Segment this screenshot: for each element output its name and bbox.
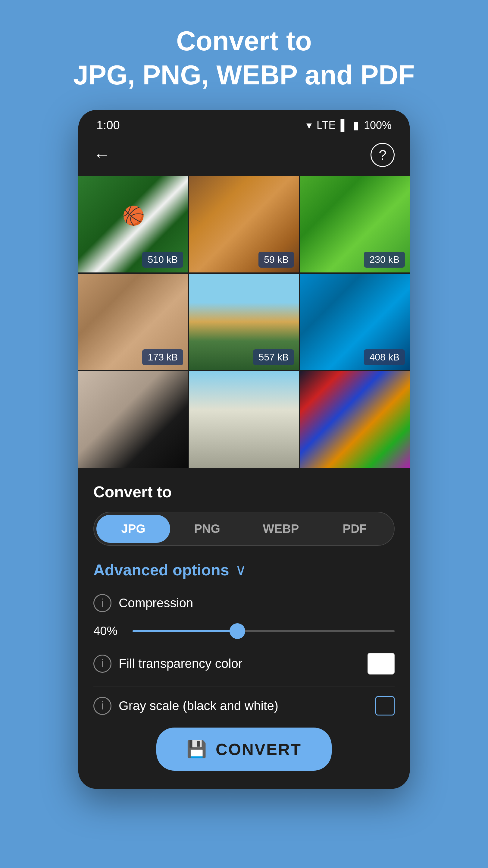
image-grid: 510 kB 59 kB 230 kB 173 kB 557 kB 408 kB xyxy=(78,176,410,468)
signal-icon: ▌ xyxy=(340,119,348,132)
status-bar: 1:00 ▾ LTE ▌ ▮ 100% xyxy=(78,110,410,137)
wifi-icon: ▾ xyxy=(306,119,312,132)
compression-value: 40% xyxy=(93,624,124,638)
status-time: 1:00 xyxy=(96,119,120,132)
convert-button[interactable]: 💾 CONVERT xyxy=(156,727,332,771)
tab-webp[interactable]: WEBP xyxy=(244,515,318,543)
bottom-panel: Convert to JPG PNG WEBP PDF Advanced opt… xyxy=(78,468,410,789)
image-cell-portrait[interactable] xyxy=(78,371,188,468)
convert-to-label: Convert to xyxy=(93,483,395,501)
slider-row: 40% xyxy=(93,624,395,638)
advanced-options-label: Advanced options xyxy=(93,561,229,579)
image-cell-building[interactable] xyxy=(189,371,299,468)
format-tabs: JPG PNG WEBP PDF xyxy=(93,512,395,546)
tab-jpg[interactable]: JPG xyxy=(96,515,170,543)
file-size-badge: 173 kB xyxy=(142,349,183,365)
hero-line2: JPG, PNG, WEBP and PDF xyxy=(73,58,415,92)
nav-bar: ← ? xyxy=(78,137,410,176)
fill-transparency-row: i Fill transparency color xyxy=(93,653,395,675)
divider xyxy=(93,687,395,687)
compression-slider[interactable] xyxy=(133,630,395,632)
image-cell-landscape[interactable]: 557 kB xyxy=(189,274,299,370)
hero-section: Convert to JPG, PNG, WEBP and PDF xyxy=(73,24,415,92)
convert-button-container: 💾 CONVERT xyxy=(93,727,395,771)
fill-transparency-info-icon[interactable]: i xyxy=(93,655,111,673)
slider-thumb[interactable] xyxy=(230,623,245,639)
compression-row: i Compression xyxy=(93,594,395,612)
file-size-badge: 59 kB xyxy=(258,252,294,268)
lte-label: LTE xyxy=(317,119,335,132)
help-button[interactable]: ? xyxy=(370,143,395,167)
file-size-badge: 408 kB xyxy=(364,349,405,365)
image-cell-children[interactable]: 173 kB xyxy=(78,274,188,370)
image-cell-basketball[interactable]: 510 kB xyxy=(78,176,188,273)
battery-icon: ▮ xyxy=(353,119,359,132)
back-button[interactable]: ← xyxy=(93,147,110,163)
image-cell-swimmer[interactable]: 408 kB xyxy=(300,274,410,370)
chevron-down-icon: ∨ xyxy=(235,561,247,579)
transparency-color-swatch[interactable] xyxy=(367,653,395,675)
file-size-badge: 510 kB xyxy=(142,252,183,268)
status-icons: ▾ LTE ▌ ▮ 100% xyxy=(306,119,392,132)
grayscale-row: i Gray scale (black and white) xyxy=(93,696,395,715)
hero-line1: Convert to xyxy=(73,24,415,58)
file-size-badge: 557 kB xyxy=(253,349,294,365)
image-cell-city[interactable] xyxy=(300,371,410,468)
grayscale-label: Gray scale (black and white) xyxy=(119,699,278,713)
compression-label: Compression xyxy=(119,596,193,610)
grayscale-info-icon[interactable]: i xyxy=(93,697,111,715)
image-cell-bird[interactable]: 230 kB xyxy=(300,176,410,273)
advanced-options-toggle[interactable]: Advanced options ∨ xyxy=(93,561,395,579)
battery-pct: 100% xyxy=(364,119,392,132)
convert-button-label: CONVERT xyxy=(216,740,301,758)
phone-frame: 1:00 ▾ LTE ▌ ▮ 100% ← ? 510 kB 59 kB 230… xyxy=(78,110,410,789)
slider-fill xyxy=(133,630,237,632)
compression-slider-section: 40% xyxy=(93,624,395,638)
fill-transparency-label: Fill transparency color xyxy=(119,656,242,671)
tab-pdf[interactable]: PDF xyxy=(318,515,392,543)
compression-info-icon[interactable]: i xyxy=(93,594,111,612)
tab-png[interactable]: PNG xyxy=(170,515,244,543)
file-size-badge: 230 kB xyxy=(364,252,405,268)
grayscale-checkbox[interactable] xyxy=(375,696,395,715)
image-cell-fox[interactable]: 59 kB xyxy=(189,176,299,273)
save-icon: 💾 xyxy=(187,740,207,758)
